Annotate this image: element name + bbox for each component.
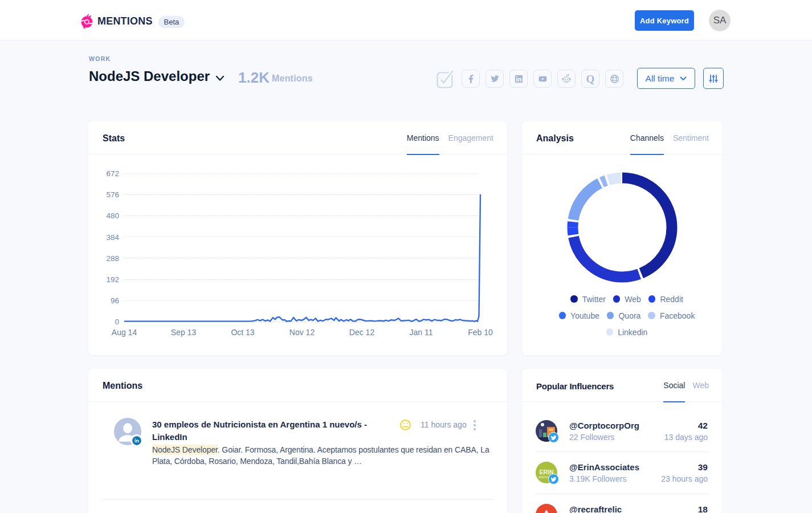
svg-text:96: 96 bbox=[111, 296, 119, 305]
svg-text:288: 288 bbox=[106, 254, 119, 263]
svg-text:192: 192 bbox=[106, 275, 119, 284]
svg-text:672: 672 bbox=[106, 169, 119, 178]
svg-text:576: 576 bbox=[106, 190, 119, 199]
svg-text:0: 0 bbox=[115, 317, 119, 326]
svg-text:480: 480 bbox=[106, 211, 119, 220]
svg-text:384: 384 bbox=[106, 233, 119, 242]
